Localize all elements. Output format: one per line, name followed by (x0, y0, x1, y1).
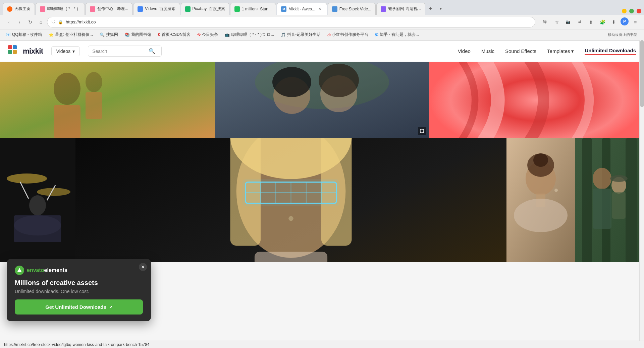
svg-point-45 (514, 199, 568, 232)
screenshot-button[interactable]: 📷 (564, 17, 573, 27)
toutiao-icon: 今 (197, 32, 201, 37)
sync-button[interactable]: ⇄ (575, 17, 584, 27)
tab-title-pixabay: Pixabay_百度搜索 (193, 6, 225, 12)
chevron-down-icon: ▾ (72, 49, 75, 54)
video-item-red-swirl[interactable] (429, 62, 644, 138)
tab-videvo[interactable]: Videvo_百度搜索 (133, 3, 180, 15)
svg-point-42 (533, 153, 548, 167)
tab-bar: 火狐主页 哔哩哔哩（ * - * ） 创作中心 - 哔哩... Videvo_百… (0, 0, 644, 15)
tab-more-button[interactable]: ▾ (436, 4, 445, 13)
svg-point-6 (86, 72, 102, 92)
bookmarks-bar: 📧 QQ邮箱 - 收件箱 ⭐ 星盒: 创业社群价值... 🔍 搜狐网 📚 我的图… (0, 29, 644, 40)
tab-chuangzuo[interactable]: 创作中心 - 哔哩... (86, 3, 133, 15)
xiaohongshu-icon: 小 (327, 32, 331, 37)
maximize-button[interactable] (629, 9, 634, 13)
dropdown-label: Videos (56, 49, 71, 54)
zhihu-icon: 知 (375, 32, 378, 37)
bookmark-qq[interactable]: 📧 QQ邮箱 - 收件箱 (4, 31, 44, 38)
templates-chevron-icon: ▾ (571, 48, 574, 54)
tab-close-mixkit[interactable]: ✕ (317, 6, 323, 12)
tab-freestk[interactable]: Free Stock Vide... (328, 3, 376, 15)
search-bar: 🔍 (88, 46, 162, 57)
svg-rect-2 (8, 50, 12, 54)
nav-link-video[interactable]: Video (458, 48, 471, 54)
translate-button[interactable]: 译 (539, 17, 550, 27)
scrollbar[interactable] (639, 40, 644, 262)
lock-icon: 🔒 (58, 20, 63, 24)
nav-link-sound-effects[interactable]: Sound Effects (505, 48, 536, 54)
profile-button[interactable]: P (621, 17, 629, 25)
video-item-mother-child[interactable] (0, 62, 215, 138)
search-input[interactable] (92, 49, 146, 54)
video-item-woman-back[interactable] (506, 138, 575, 262)
search-icon[interactable]: 🔍 (149, 48, 155, 54)
douyin-icon: 🎵 (281, 32, 286, 37)
bookmark-zhihu[interactable]: 知 知乎 - 有问题，就会... (373, 31, 421, 38)
svg-rect-7 (54, 105, 80, 138)
videos-dropdown[interactable]: Videos ▾ (51, 46, 80, 56)
svg-point-14 (319, 64, 359, 97)
close-window-button[interactable] (637, 9, 641, 13)
video-item-cyber-girl[interactable] (75, 138, 506, 262)
mixkit-logo-icon (8, 45, 20, 57)
scrollbar-thumb[interactable] (640, 40, 644, 107)
share-button[interactable]: ⬆ (586, 17, 596, 27)
forward-button[interactable]: › (15, 17, 24, 27)
bookmark-douyin[interactable]: 🎵 抖音-记录美好生活 (279, 31, 323, 38)
address-bar[interactable]: 🛡 🔒 https://mixkit.co (47, 17, 535, 27)
back-button[interactable]: ‹ (4, 17, 13, 27)
bookmark-bilibili2[interactable]: 📺 哔哩哔哩（ * - * )つ ロ... (223, 31, 276, 38)
csdn-icon: C (158, 33, 160, 37)
svg-rect-0 (8, 45, 12, 49)
browser-chrome: 火狐主页 哔哩哔哩（ * - * ） 创作中心 - 哔哩... Videvo_百… (0, 0, 644, 41)
xinghe-icon: ⭐ (49, 32, 54, 37)
tab-title-videvo: Videvo_百度搜索 (145, 6, 175, 12)
svg-rect-8 (86, 92, 102, 119)
tab-1mil[interactable]: 1 million+ Stun... (230, 3, 276, 15)
bookmark-star-button[interactable]: ☆ (552, 17, 561, 27)
bookmark-xiaohongshu[interactable]: 小 小红书创作服务平台 (325, 31, 370, 38)
nav-link-templates[interactable]: Templates ▾ (547, 48, 574, 54)
new-tab-button[interactable]: + (426, 4, 435, 13)
svg-rect-4 (0, 62, 215, 138)
video-item-children-forest[interactable] (575, 138, 644, 262)
svg-rect-53 (612, 192, 626, 219)
tab-title-waxue: 蛙学府网-高清视... (388, 6, 421, 12)
refresh-button[interactable]: ↻ (25, 17, 35, 27)
video-item-drums[interactable] (0, 138, 75, 262)
svg-rect-51 (593, 189, 611, 229)
svg-rect-49 (626, 138, 637, 262)
download-button[interactable]: ⬇ (609, 17, 619, 27)
mixkit-navbar: mixkit Videos ▾ 🔍 Video Music Sound Effe… (0, 41, 644, 62)
bookmark-library[interactable]: 📚 我的图书馆 (123, 31, 153, 38)
video-grid-row1 (0, 62, 644, 138)
svg-rect-38 (243, 179, 340, 206)
minimize-button[interactable] (622, 9, 627, 13)
bookmark-sohu[interactable]: 🔍 搜狐网 (98, 31, 120, 38)
tab-title-chuangzuo: 创作中心 - 哔哩... (97, 6, 128, 12)
tab-title-1mil: 1 million+ Stun... (242, 7, 272, 11)
expand-icon[interactable] (418, 127, 426, 135)
bookmark-xinghe[interactable]: ⭐ 星盒: 创业社群价值... (47, 31, 95, 38)
svg-rect-20 (14, 215, 61, 242)
bookmark-csdn[interactable]: C 首页-CSDN博客 (156, 31, 193, 38)
tab-waxue[interactable]: 蛙学府网-高清视... (376, 3, 425, 15)
shield-icon: 🛡 (51, 20, 55, 24)
qq-icon: 📧 (6, 32, 11, 37)
svg-point-5 (54, 73, 80, 105)
menu-button[interactable]: ≡ (631, 17, 640, 27)
tab-bilibili[interactable]: 哔哩哔哩（ * - * ） (36, 3, 85, 15)
home-button[interactable]: ⌂ (36, 17, 46, 27)
svg-point-17 (7, 173, 47, 184)
tab-mixkit[interactable]: M Mixkit - Awes... ✕ (277, 3, 327, 15)
bookmark-toutiao[interactable]: 今 今日头条 (195, 31, 220, 38)
extensions-button[interactable]: 🧩 (598, 17, 607, 27)
nav-link-unlimited-downloads[interactable]: Unlimited Downloads (585, 48, 636, 55)
tab-fox[interactable]: 火狐主页 (3, 3, 35, 15)
video-grid-row2 (0, 138, 644, 262)
tab-pixabay[interactable]: Pixabay_百度搜索 (181, 3, 229, 15)
nav-link-music[interactable]: Music (481, 48, 494, 54)
video-item-two-women[interactable] (215, 62, 429, 138)
mixkit-logo[interactable]: mixkit (8, 45, 43, 57)
tab-title-fox: 火狐主页 (14, 6, 31, 12)
